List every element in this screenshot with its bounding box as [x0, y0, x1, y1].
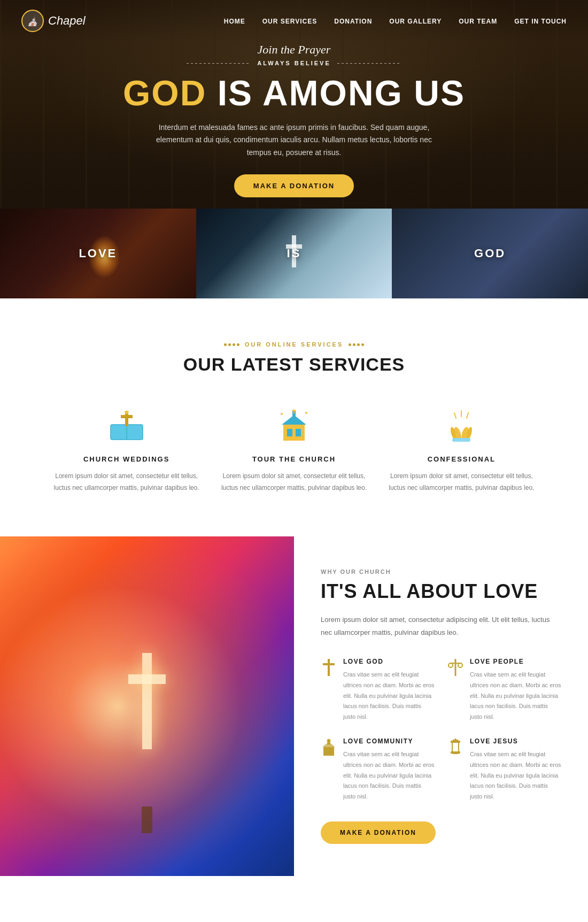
love-god-icon [321, 659, 337, 680]
nav-team[interactable]: OUR TEAM [459, 18, 497, 25]
gallery-item-is: IS [196, 209, 392, 298]
svg-line-20 [467, 413, 468, 418]
service-desc-tour: Lorem ipsum dolor sit amet, consectetur … [221, 471, 367, 494]
svg-rect-21 [452, 438, 470, 442]
love-community-icon [321, 739, 337, 759]
svg-rect-6 [287, 429, 292, 436]
services-section-label: OUR ONLINE SERVICES [21, 341, 567, 348]
svg-rect-28 [323, 747, 334, 756]
hero-description: Interdum et malesuada fames ac ante ipsu… [155, 121, 433, 159]
love-item-god-title: LOVE GOD [343, 658, 435, 665]
nav-contact[interactable]: GET IN TOUCH [514, 18, 567, 25]
hero-title-gold: GOD [123, 73, 206, 113]
svg-rect-3 [121, 415, 133, 418]
svg-point-13 [305, 412, 307, 414]
site-logo[interactable]: ⛪ Chapel [21, 10, 86, 32]
love-grid: LOVE GOD Cras vitae sem ac elit feugiat … [321, 658, 561, 802]
love-item-community-title: LOVE COMMUNITY [343, 737, 435, 745]
nav-home[interactable]: HOME [224, 18, 245, 25]
services-section: OUR ONLINE SERVICES OUR LATEST SERVICES … [0, 298, 588, 536]
services-main-title: OUR LATEST SERVICES [21, 354, 567, 375]
gallery-item-love: LOVE [0, 209, 196, 298]
love-item-jesus-title: LOVE JESUS [470, 737, 561, 745]
service-desc-confessional: Lorem ipsum dolor sit amet, consectetur … [389, 471, 535, 494]
love-item-people: LOVE PEOPLE Cras vitae sem ac elit feugi… [447, 658, 561, 723]
gallery-label-god: GOD [474, 247, 506, 260]
svg-rect-23 [323, 663, 335, 665]
service-desc-weddings: Lorem ipsum dolor sit amet, consectetur … [53, 471, 199, 494]
about-title: IT'S ALL ABOUT LOVE [321, 580, 561, 603]
service-icon-weddings [105, 407, 148, 444]
svg-rect-22 [328, 659, 330, 676]
hero-title-white: IS AMONG US [206, 73, 465, 113]
service-card-tour: TOUR THE CHURCH Lorem ipsum dolor sit am… [221, 407, 367, 494]
about-content: WHY OUR CHURCH IT'S ALL ABOUT LOVE Lorem… [294, 536, 588, 876]
service-card-confessional: CONFESSIONAL Lorem ipsum dolor sit amet,… [389, 407, 535, 494]
gallery-label-love: LOVE [79, 247, 117, 260]
love-item-people-title: LOVE PEOPLE [470, 658, 561, 665]
about-image [0, 536, 294, 876]
about-description: Lorem ipsum dolor sit amet, consectetur … [321, 613, 561, 639]
svg-line-18 [454, 413, 456, 418]
svg-rect-5 [283, 425, 305, 441]
love-item-jesus-desc: Cras vitae sem ac elit feugiat ultrices … [470, 749, 561, 802]
service-name-weddings: CHURCH WEDDINGS [53, 455, 199, 463]
love-item-god: LOVE GOD Cras vitae sem ac elit feugiat … [321, 658, 435, 723]
nav-donation[interactable]: DONATION [334, 18, 372, 25]
logo-icon: ⛪ [21, 10, 44, 32]
service-icon-tour [273, 407, 315, 444]
love-item-jesus: LOVE JESUS Cras vitae sem ac elit feugia… [447, 737, 561, 802]
service-name-confessional: CONFESSIONAL [389, 455, 535, 463]
services-grid: CHURCH WEDDINGS Lorem ipsum dolor sit am… [53, 407, 535, 494]
svg-rect-36 [453, 740, 458, 741]
svg-rect-7 [296, 429, 301, 436]
gallery-item-god: GOD [392, 209, 588, 298]
svg-point-12 [281, 413, 283, 415]
hero-divider: ALWAYS BELIEVE [0, 60, 588, 66]
svg-point-27 [458, 663, 462, 667]
svg-rect-11 [292, 410, 296, 411]
gallery-strip: LOVE IS GOD [0, 209, 588, 298]
svg-rect-34 [451, 751, 460, 754]
love-people-icon [447, 659, 463, 680]
nav-services[interactable]: OUR SERVICES [262, 18, 317, 25]
love-item-people-desc: Cras vitae sem ac elit feugiat ultrices … [470, 670, 561, 723]
love-jesus-icon [447, 739, 463, 759]
service-card-weddings: CHURCH WEDDINGS Lorem ipsum dolor sit am… [53, 407, 199, 494]
love-item-community: LOVE COMMUNITY Cras vitae sem ac elit fe… [321, 737, 435, 802]
love-item-god-desc: Cras vitae sem ac elit feugiat ultrices … [343, 670, 435, 723]
nav-gallery[interactable]: OUR GALLERY [389, 18, 442, 25]
svg-rect-31 [327, 740, 331, 742]
about-cta-button[interactable]: MAKE A DONATION [321, 821, 436, 844]
hero-cta-button[interactable]: MAKE A DONATION [234, 174, 354, 197]
about-section: WHY OUR CHURCH IT'S ALL ABOUT LOVE Lorem… [0, 536, 588, 876]
about-label: WHY OUR CHURCH [321, 568, 561, 575]
love-item-community-desc: Cras vitae sem ac elit feugiat ultrices … [343, 749, 435, 802]
hero-title: GOD IS AMONG US [0, 74, 588, 113]
gallery-label-is: IS [287, 247, 301, 260]
service-icon-confessional [440, 407, 483, 444]
nav-links: HOME OUR SERVICES DONATION OUR GALLERY O… [224, 16, 567, 26]
service-name-tour: TOUR THE CHURCH [221, 455, 367, 463]
hero-subtitle: Join the Prayer [0, 43, 588, 57]
logo-text: Chapel [48, 14, 86, 28]
svg-point-26 [448, 663, 453, 667]
